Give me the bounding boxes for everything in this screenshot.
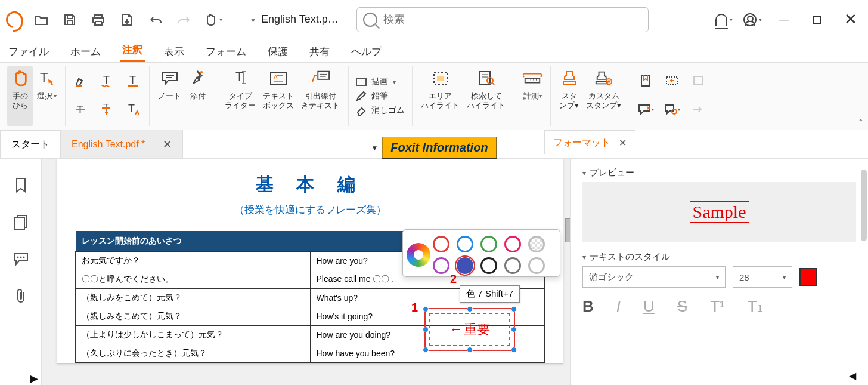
minimize-button[interactable]: — <box>773 8 795 31</box>
tab-format-close-icon[interactable]: ✕ <box>619 137 627 149</box>
menu-protect[interactable]: 保護 <box>265 41 290 62</box>
account-button[interactable]: ▾ <box>743 13 762 26</box>
insert-text-icon[interactable]: T <box>123 98 144 120</box>
subscript-button[interactable]: T₁ <box>748 297 763 316</box>
menu-home[interactable]: ホーム <box>68 41 103 62</box>
ribbon-collapse-icon[interactable]: ⌃ <box>857 118 864 127</box>
resize-handle[interactable] <box>467 306 473 312</box>
svg-rect-31 <box>525 78 540 83</box>
font-color-swatch[interactable] <box>799 268 817 286</box>
notifications-button[interactable]: ▾ <box>715 14 733 26</box>
panel-collapse-icon[interactable]: ◀ <box>849 370 856 381</box>
tab-file-close-icon[interactable]: ✕ <box>163 138 172 151</box>
font-size-select[interactable]: 28 ▾ <box>733 266 792 288</box>
search-box[interactable] <box>356 7 649 32</box>
color-swatch-black[interactable] <box>480 257 497 274</box>
document-view[interactable]: 基 本 編 （授業を快適にするフレーズ集） レッスン開始前のあいさつ お元気です… <box>42 159 570 385</box>
color-swatch-pink[interactable] <box>504 236 521 252</box>
tab-file[interactable]: English Text.pdf * ✕ <box>61 130 183 158</box>
underline-button[interactable]: U <box>643 297 655 316</box>
color-swatch-indigo[interactable] <box>457 257 473 274</box>
tool-search-highlight[interactable]: 検索してハイライト <box>463 66 509 126</box>
resize-handle[interactable] <box>423 327 429 332</box>
print-icon[interactable] <box>88 10 108 30</box>
tab-start[interactable]: スタート <box>0 130 61 158</box>
tool-hand[interactable]: 手のひら <box>7 66 33 126</box>
search-input[interactable] <box>383 13 642 26</box>
comments-panel-icon[interactable] <box>13 251 29 267</box>
panel-scrollbar[interactable] <box>861 170 867 241</box>
tool-drawing-shapes[interactable]: 描画 ▾ <box>356 76 405 87</box>
menu-help[interactable]: ヘルプ <box>349 41 384 62</box>
filename-dropdown-icon[interactable]: ▾ <box>251 15 255 24</box>
menu-file[interactable]: ファイル <box>6 41 51 62</box>
close-button[interactable]: ✕ <box>839 8 862 31</box>
export-icon[interactable] <box>117 10 137 30</box>
hand-dropdown-icon[interactable]: ▾ <box>203 10 223 30</box>
save-icon[interactable] <box>60 10 80 30</box>
tool-select[interactable]: T 選択▾ <box>33 66 60 126</box>
tool-note[interactable]: ノート <box>154 66 185 126</box>
tool-custom-stamp[interactable]: カスタムスタンプ▾ <box>582 66 625 126</box>
italic-button[interactable]: I <box>616 297 621 316</box>
tool-stamp[interactable]: スタンプ▾ <box>556 66 582 126</box>
speech-tool-icon[interactable]: ▾ <box>635 98 656 120</box>
color-wheel-icon[interactable] <box>407 243 430 267</box>
attachments-panel-icon[interactable] <box>13 288 29 304</box>
section-preview[interactable]: プレビュー <box>582 167 856 178</box>
squiggly-icon[interactable]: T <box>97 70 118 91</box>
manage-comments-icon[interactable]: ▾ <box>661 98 683 120</box>
maximize-button[interactable] <box>806 8 829 31</box>
sidebar-expand-icon[interactable]: ▶ <box>30 372 38 385</box>
menu-share[interactable]: 共有 <box>307 41 332 62</box>
annotation-box[interactable]: 重要 <box>424 308 515 351</box>
color-swatch-red[interactable] <box>433 236 450 252</box>
color-swatch-none[interactable] <box>528 236 545 252</box>
tool-pencil[interactable]: 鉛筆 <box>356 91 405 101</box>
pages-panel-icon[interactable] <box>13 214 29 230</box>
menu-form[interactable]: フォーム <box>203 41 249 62</box>
color-swatch-purple[interactable] <box>433 257 450 274</box>
scrollbar-thumb[interactable] <box>565 218 570 242</box>
square-icon <box>356 78 367 86</box>
info-banner[interactable]: ▼ Foxit Information <box>371 137 497 159</box>
resize-handle[interactable] <box>511 347 517 353</box>
tool-attach[interactable]: 添付 <box>185 66 211 126</box>
bookmark-tool-icon[interactable] <box>635 70 656 91</box>
color-swatch-blue[interactable] <box>457 236 473 252</box>
tool-eraser[interactable]: 消しゴム <box>356 105 405 116</box>
color-swatch-green[interactable] <box>480 236 497 252</box>
underline-icon[interactable]: T <box>123 70 144 91</box>
color-swatch-lightgrey[interactable] <box>528 257 545 274</box>
tool-measure[interactable]: 計測▾ <box>519 66 545 126</box>
undo-icon[interactable] <box>145 10 166 30</box>
tool-textbox[interactable]: A テキストボックス <box>259 66 297 126</box>
resize-handle[interactable] <box>467 347 473 353</box>
tool-area-highlight[interactable]: エリアハイライト <box>417 66 463 126</box>
tool-select-label: 選択▾ <box>37 91 57 101</box>
stamp-label: スタンプ▾ <box>559 91 579 111</box>
bookmarks-panel-icon[interactable] <box>13 177 29 193</box>
resize-handle[interactable] <box>423 347 429 353</box>
replace-text-icon[interactable]: T <box>97 98 118 120</box>
strike-button[interactable]: S <box>677 297 687 316</box>
open-icon[interactable] <box>31 10 51 30</box>
tab-format[interactable]: フォーマット ✕ <box>544 130 636 154</box>
color-swatch-grey[interactable] <box>504 257 521 274</box>
superscript-button[interactable]: T¹ <box>710 297 725 316</box>
resize-handle[interactable] <box>423 306 429 312</box>
highlight-icon[interactable] <box>70 70 92 91</box>
font-select[interactable]: 游ゴシック ▾ <box>582 266 726 288</box>
tool-typewriter[interactable]: T タイプライター <box>221 66 259 126</box>
resize-handle[interactable] <box>511 327 517 332</box>
workspace: ▶ 基 本 編 （授業を快適にするフレーズ集） レッスン開始前のあいさつ お元気… <box>0 159 868 385</box>
section-text-style[interactable]: テキストのスタイル <box>582 251 856 263</box>
resize-handle[interactable] <box>511 306 517 312</box>
bold-button[interactable]: B <box>582 297 594 316</box>
menu-comment[interactable]: 注釈 <box>120 39 145 62</box>
strikeout-icon[interactable]: T <box>70 98 92 120</box>
tab-format-label: フォーマット <box>553 137 610 149</box>
tool-callout[interactable]: 引出線付きテキスト <box>297 66 343 126</box>
link-tool-icon[interactable] <box>661 70 683 91</box>
menu-view[interactable]: 表示 <box>162 41 187 62</box>
